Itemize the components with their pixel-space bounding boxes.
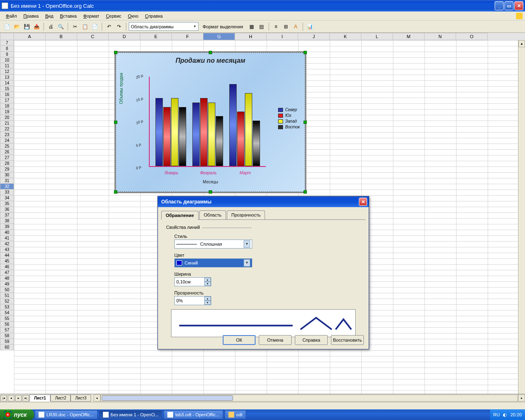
chart-bar[interactable] <box>155 98 163 167</box>
row-header-22[interactable]: 22 <box>0 126 14 132</box>
row-header-15[interactable]: 15 <box>0 86 14 92</box>
row-header-46[interactable]: 46 <box>0 264 14 270</box>
reset-button[interactable]: Восстановить <box>331 335 364 345</box>
width-spin-down[interactable]: ▼ <box>204 282 211 286</box>
col-header-M[interactable]: M <box>393 33 425 40</box>
dialog-tab-transparency[interactable]: Прозрачность <box>227 210 265 219</box>
resize-handle-n[interactable] <box>209 51 212 54</box>
chart-x-axis-label[interactable]: Месяцы <box>116 180 305 184</box>
sheet-nav-next[interactable]: ▸ <box>15 395 22 402</box>
row-header-60[interactable]: 60 <box>0 345 14 350</box>
format-icon2[interactable]: ▤ <box>257 22 266 31</box>
chart-bar[interactable] <box>200 98 208 167</box>
chart-y-axis-label[interactable]: Объемы продаж <box>119 73 123 104</box>
line-width-spinner[interactable]: 0,10см ▲▼ <box>174 277 211 286</box>
chart-legend[interactable]: СеверЮгЗападВосток <box>278 106 300 130</box>
sheet-tab-2[interactable]: Лист2 <box>50 395 71 402</box>
select-all-corner[interactable] <box>0 33 14 40</box>
row-header-36[interactable]: 36 <box>0 207 14 212</box>
col-header-F[interactable]: F <box>172 33 203 40</box>
row-header-55[interactable]: 55 <box>0 316 14 322</box>
menu-edit[interactable]: Правка <box>20 13 42 19</box>
chart-bar[interactable] <box>171 98 178 167</box>
preview-icon[interactable]: 🔍 <box>56 22 65 31</box>
window-close-button[interactable]: ✕ <box>514 1 523 10</box>
row-header-35[interactable]: 35 <box>0 201 14 207</box>
row-header-57[interactable]: 57 <box>0 327 14 333</box>
row-header-54[interactable]: 54 <box>0 310 14 316</box>
language-indicator[interactable]: RU <box>493 412 500 417</box>
legend-item[interactable]: Север <box>278 107 300 112</box>
col-header-L[interactable]: L <box>361 33 393 40</box>
row-header-59[interactable]: 59 <box>0 339 14 345</box>
row-header-26[interactable]: 26 <box>0 149 14 155</box>
ok-button[interactable]: ОК <box>223 335 256 345</box>
row-header-12[interactable]: 12 <box>0 69 14 75</box>
scroll-right-button[interactable]: ▸ <box>518 395 525 402</box>
chart-bar[interactable] <box>245 93 252 166</box>
taskbar-item-lr30[interactable]: LR30.doc - OpenOffic... <box>35 410 97 419</box>
row-header-11[interactable]: 11 <box>0 63 14 69</box>
grid-v-icon[interactable]: ⊞ <box>281 22 290 31</box>
row-header-14[interactable]: 14 <box>0 80 14 86</box>
chart-bar[interactable] <box>216 116 223 166</box>
chart-bar[interactable] <box>208 103 215 166</box>
sheet-nav-prev[interactable]: ◂ <box>8 395 14 402</box>
row-header-48[interactable]: 48 <box>0 276 14 281</box>
legend-icon[interactable]: A <box>291 22 300 31</box>
row-header-21[interactable]: 21 <box>0 121 14 126</box>
row-header-58[interactable]: 58 <box>0 333 14 339</box>
vertical-scrollbar[interactable]: ▲ ▼ <box>518 40 525 402</box>
grid-h-icon[interactable]: ≡ <box>272 22 281 31</box>
row-header-9[interactable]: 9 <box>0 52 14 57</box>
menu-file[interactable]: Файл <box>2 13 20 19</box>
col-header-B[interactable]: B <box>46 33 77 40</box>
system-tray[interactable]: RU ◐ 20:20 <box>490 409 525 420</box>
help-button[interactable]: Справка <box>295 335 328 345</box>
legend-item[interactable]: Юг <box>278 113 300 118</box>
dialog-titlebar[interactable]: Область диаграммы ✕ <box>158 196 369 207</box>
scroll-left-button[interactable]: ◂ <box>94 395 100 402</box>
resize-handle-nw[interactable] <box>114 51 117 54</box>
cut-icon[interactable]: ✂ <box>71 22 80 31</box>
row-header-7[interactable]: 7 <box>0 40 14 46</box>
col-header-A[interactable]: A <box>14 33 46 40</box>
transp-spin-down[interactable]: ▼ <box>204 301 211 305</box>
line-color-combo[interactable]: Синий ▼ <box>174 258 252 267</box>
sheet-tab-3[interactable]: Лист3 <box>71 395 91 402</box>
row-header-27[interactable]: 27 <box>0 155 14 161</box>
window-maximize-button[interactable]: ▭ <box>504 1 514 10</box>
window-minimize-button[interactable]: _ <box>495 1 504 10</box>
chart-bar[interactable] <box>253 121 260 166</box>
row-header-34[interactable]: 34 <box>0 195 14 201</box>
open-icon[interactable]: 📂 <box>12 22 21 31</box>
start-button[interactable]: пуск <box>0 409 34 420</box>
embedded-chart[interactable]: Продажи по месяцам Объемы продаж Месяцы … <box>116 52 305 192</box>
row-header-28[interactable]: 28 <box>0 161 14 167</box>
copy-icon[interactable]: 📋 <box>80 22 89 31</box>
resize-handle-sw[interactable] <box>114 190 117 194</box>
col-header-N[interactable]: N <box>425 33 456 40</box>
save-icon[interactable]: 💾 <box>22 22 31 31</box>
resize-handle-e[interactable] <box>304 121 307 124</box>
format-selection-label[interactable]: Формат выделения <box>199 24 247 29</box>
chart-bar[interactable] <box>192 103 200 166</box>
sheet-tab-1[interactable]: Лист1 <box>30 395 50 402</box>
col-header-C[interactable]: C <box>77 33 109 40</box>
col-header-D[interactable]: D <box>109 33 140 40</box>
row-header-20[interactable]: 20 <box>0 115 14 121</box>
row-header-49[interactable]: 49 <box>0 281 14 287</box>
cancel-button[interactable]: Отмена <box>259 335 292 345</box>
resize-handle-ne[interactable] <box>304 51 307 54</box>
row-header-51[interactable]: 51 <box>0 293 14 299</box>
help-feedback-icon[interactable] <box>516 13 523 19</box>
scroll-up-button[interactable]: ▲ <box>518 40 525 47</box>
dialog-tab-area[interactable]: Область <box>199 210 226 219</box>
row-header-23[interactable]: 23 <box>0 132 14 138</box>
row-header-8[interactable]: 8 <box>0 46 14 52</box>
print-icon[interactable]: 🖨 <box>46 22 55 31</box>
menu-insert[interactable]: Вставка <box>57 13 80 19</box>
row-header-47[interactable]: 47 <box>0 270 14 276</box>
transp-spin-up[interactable]: ▲ <box>204 297 211 301</box>
menu-format[interactable]: Формат <box>80 13 103 19</box>
